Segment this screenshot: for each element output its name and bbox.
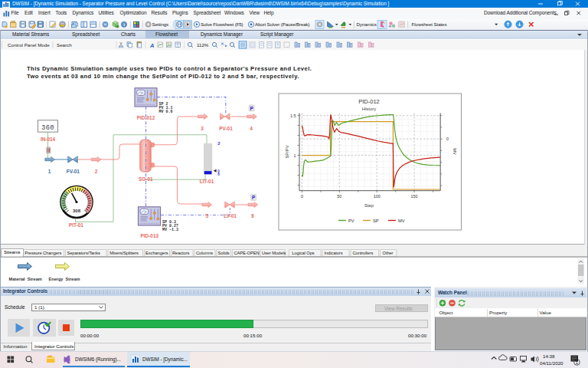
svg-text:360: 360	[41, 124, 54, 132]
svg-text:2: 2	[95, 169, 98, 174]
svg-text:PV: PV	[348, 219, 354, 223]
svg-text:MV: MV	[398, 219, 405, 223]
svg-text:PIT-01: PIT-01	[69, 222, 83, 228]
svg-text:SP: SP	[373, 219, 379, 223]
svg-text:IN-014: IN-014	[41, 136, 56, 142]
svg-text:6: 6	[251, 213, 254, 219]
svg-text:4: 4	[250, 126, 253, 131]
svg-text:1.5: 1.5	[290, 113, 296, 118]
svg-text:MV: MV	[452, 148, 457, 155]
svg-text:Solve Flowsheet (F5): Solve Flowsheet (F5)	[201, 21, 243, 27]
svg-text:P: P	[250, 106, 253, 111]
svg-text:P: P	[252, 195, 256, 200]
svg-text:0: 0	[446, 136, 449, 141]
svg-text:3: 3	[201, 126, 204, 131]
svg-text:PID-012: PID-012	[358, 98, 380, 105]
svg-text:LIT-01: LIT-01	[200, 179, 214, 184]
svg-text:Step: Step	[364, 203, 374, 208]
svg-text:50: 50	[337, 194, 341, 199]
svg-text:A: A	[149, 42, 154, 49]
svg-text:MV -1.3: MV -1.3	[162, 228, 178, 232]
svg-text:History: History	[362, 107, 377, 111]
svg-text:PID-013: PID-013	[141, 233, 159, 238]
svg-text:1: 1	[294, 153, 296, 158]
svg-text:FV-01: FV-01	[67, 169, 80, 174]
svg-text:1: 1	[48, 169, 51, 174]
svg-text:1: 1	[576, 360, 579, 365]
svg-text:Settings: Settings	[152, 21, 169, 27]
svg-text:SP/PV: SP/PV	[285, 145, 289, 158]
svg-text:PV-01: PV-01	[219, 126, 233, 131]
svg-text:Dynamics: Dynamics	[357, 21, 377, 27]
svg-text:112%: 112%	[197, 42, 209, 48]
svg-text:Flowsheet States: Flowsheet States	[412, 21, 447, 27]
svg-text:2: 2	[217, 141, 220, 146]
svg-text:5: 5	[206, 213, 209, 219]
svg-text:LV-01: LV-01	[224, 213, 237, 219]
svg-text:308: 308	[73, 209, 81, 213]
svg-text:100: 100	[374, 194, 381, 199]
svg-text:8: 8	[217, 172, 220, 176]
svg-text:MV 0.6: MV 0.6	[159, 110, 173, 114]
svg-text:0: 0	[301, 194, 303, 199]
svg-text:Abort Solver (Pause/Break): Abort Solver (Pause/Break)	[255, 21, 310, 27]
svg-text:150: 150	[411, 194, 418, 199]
svg-text:PID-012: PID-012	[137, 115, 155, 120]
